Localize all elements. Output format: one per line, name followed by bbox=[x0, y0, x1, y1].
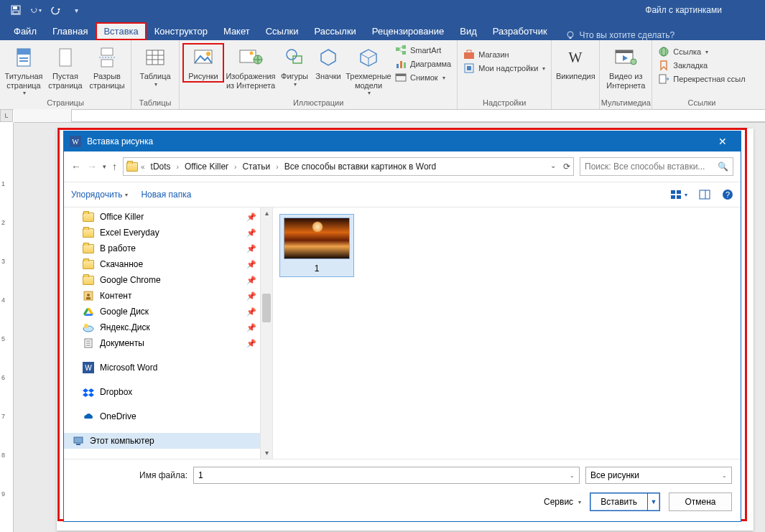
word-icon: W bbox=[70, 136, 81, 147]
cross-reference-button[interactable]: Перекрестная ссыл bbox=[658, 73, 745, 85]
tab-layout[interactable]: Макет bbox=[215, 22, 258, 40]
my-addins-button[interactable]: Мои надстройки ▾ bbox=[463, 62, 545, 74]
bookmark-button[interactable]: Закладка bbox=[658, 60, 745, 71]
organize-dropdown[interactable]: Упорядочить▾ bbox=[71, 190, 128, 200]
preview-pane-toggle[interactable] bbox=[699, 190, 710, 200]
dialog-close-button[interactable]: ✕ bbox=[710, 136, 735, 147]
tree-item[interactable]: Документы📌 bbox=[64, 335, 272, 351]
refresh-icon[interactable]: ⟳ bbox=[563, 162, 570, 172]
svg-rect-33 bbox=[397, 64, 399, 68]
nav-recent-dropdown[interactable]: ▾ bbox=[103, 163, 106, 170]
hyperlink-button[interactable]: Ссылка ▾ bbox=[658, 46, 745, 57]
image-thumbnail bbox=[284, 218, 350, 259]
qat-dropdown-icon[interactable]: ▾ bbox=[70, 4, 82, 16]
smartart-button[interactable]: SmartArt bbox=[395, 45, 451, 56]
addr-dropdown-icon[interactable]: ⌄ bbox=[550, 162, 556, 172]
wikipedia-button[interactable]: W Википедия bbox=[555, 43, 596, 83]
vertical-ruler[interactable]: 1 2 3 4 5 6 7 8 9 bbox=[0, 123, 14, 532]
page-break-button[interactable]: Разрыв страницы bbox=[86, 43, 128, 91]
search-field[interactable]: Поиск: Все способы вставки... 🔍 bbox=[580, 157, 733, 176]
cover-page-button[interactable]: Титульная страница▾ bbox=[3, 43, 45, 98]
tab-home[interactable]: Главная bbox=[45, 22, 96, 40]
tab-references[interactable]: Ссылки bbox=[258, 22, 307, 40]
file-item[interactable]: 1 bbox=[280, 215, 353, 276]
tree-item-label: В работе bbox=[100, 243, 136, 253]
cancel-button[interactable]: Отмена bbox=[669, 493, 732, 511]
online-video-button[interactable]: Видео из Интернета bbox=[603, 43, 649, 91]
tab-file[interactable]: Файл bbox=[6, 22, 45, 40]
tab-developer[interactable]: Разработчик bbox=[485, 22, 555, 40]
tell-me-search[interactable]: Что вы хотите сделать? bbox=[565, 30, 675, 40]
horizontal-ruler[interactable] bbox=[14, 109, 765, 123]
view-mode-dropdown[interactable]: ▾ bbox=[670, 190, 687, 200]
tree-item[interactable]: Excel Everyday📌 bbox=[64, 225, 272, 241]
ribbon-group-links: Ссылка ▾ Закладка Перекрестная ссыл Ссыл… bbox=[652, 40, 751, 109]
store-button[interactable]: Магазин bbox=[463, 49, 545, 60]
tree-item[interactable]: Этот компьютер bbox=[64, 433, 272, 449]
pin-icon[interactable]: 📌 bbox=[246, 307, 256, 317]
dialog-title-bar[interactable]: W Вставка рисунка ✕ bbox=[64, 131, 741, 151]
pin-icon[interactable]: 📌 bbox=[246, 244, 256, 253]
chevron-down-icon[interactable]: ⌄ bbox=[722, 472, 727, 479]
chevron-down-icon[interactable]: ⌄ bbox=[570, 472, 575, 479]
pin-icon[interactable]: 📌 bbox=[246, 260, 256, 269]
file-list[interactable]: 1 bbox=[273, 207, 741, 459]
breadcrumb-seg[interactable]: tDots bbox=[149, 162, 172, 172]
breadcrumb-seg[interactable]: Статьи bbox=[241, 162, 272, 172]
pin-icon[interactable]: 📌 bbox=[246, 323, 256, 332]
tab-review[interactable]: Рецензирование bbox=[364, 22, 452, 40]
filename-input[interactable]: 1 ⌄ bbox=[193, 467, 580, 484]
table-button[interactable]: Таблица▾ bbox=[134, 43, 176, 89]
tree-item[interactable]: Яндекс.Диск📌 bbox=[64, 319, 272, 335]
tree-item[interactable]: Office Killer📌 bbox=[64, 209, 272, 225]
tree-item[interactable]: Dropbox bbox=[64, 384, 272, 400]
pin-icon[interactable]: 📌 bbox=[246, 276, 256, 285]
address-bar[interactable]: « tDots› Office Killer› Статьи› Все спос… bbox=[123, 157, 574, 176]
tree-item[interactable]: Google Chrome📌 bbox=[64, 272, 272, 288]
new-folder-button[interactable]: Новая папка bbox=[141, 190, 191, 200]
chart-button[interactable]: Диаграмма bbox=[395, 58, 451, 70]
tree-item[interactable]: Google Диск📌 bbox=[64, 304, 272, 319]
tab-design[interactable]: Конструктор bbox=[147, 22, 215, 40]
scroll-thumb[interactable] bbox=[262, 294, 271, 322]
pin-icon[interactable]: 📌 bbox=[246, 291, 256, 301]
breadcrumb-seg[interactable]: Office Killer bbox=[183, 162, 230, 172]
sidebar-scrollbar[interactable]: ▴ ▾ bbox=[260, 207, 272, 459]
nav-forward-button[interactable]: → bbox=[87, 161, 97, 172]
tree-item[interactable]: Контент📌 bbox=[64, 288, 272, 304]
blank-page-button[interactable]: Пустая страница bbox=[45, 43, 86, 91]
pin-icon[interactable]: 📌 bbox=[246, 228, 256, 238]
3d-models-button[interactable]: Трехмерные модели▾ bbox=[345, 43, 392, 98]
shapes-button[interactable]: Фигуры▾ bbox=[277, 43, 312, 89]
undo-icon[interactable]: ▾ bbox=[30, 4, 42, 16]
tree-item[interactable]: WMicrosoft Word bbox=[64, 360, 272, 375]
tree-item[interactable]: OneDrive bbox=[64, 409, 272, 424]
insert-button[interactable]: Вставить ▼ bbox=[590, 493, 660, 511]
screenshot-button[interactable]: Снимок▾ bbox=[395, 72, 451, 83]
pin-icon[interactable]: 📌 bbox=[246, 213, 256, 222]
scroll-down-arrow[interactable]: ▾ bbox=[261, 447, 272, 459]
redo-icon[interactable] bbox=[50, 4, 62, 16]
save-icon[interactable] bbox=[10, 4, 22, 16]
icons-button[interactable]: Значки bbox=[312, 43, 345, 83]
pin-icon[interactable]: 📌 bbox=[246, 339, 256, 348]
filetype-filter[interactable]: Все рисунки ⌄ bbox=[585, 467, 732, 484]
dialog-toolbar: Упорядочить▾ Новая папка ▾ ? bbox=[64, 182, 741, 207]
nav-back-button[interactable]: ← bbox=[71, 161, 81, 172]
insert-split-arrow[interactable]: ▼ bbox=[647, 493, 659, 510]
tree-item[interactable]: Скачанное📌 bbox=[64, 256, 272, 272]
tab-mailings[interactable]: Рассылки bbox=[306, 22, 363, 40]
scroll-up-arrow[interactable]: ▴ bbox=[261, 207, 272, 219]
tools-dropdown[interactable]: Сервис▾ bbox=[544, 497, 581, 507]
breadcrumb-seg[interactable]: Все способы вставки картинок в Word bbox=[283, 162, 438, 172]
online-pictures-button[interactable]: Изображения из Интернета bbox=[224, 43, 277, 91]
ribbon-group-media: Видео из Интернета Мультимедиа bbox=[600, 40, 652, 109]
pictures-button[interactable]: Рисунки bbox=[182, 43, 224, 83]
help-button[interactable]: ? bbox=[722, 189, 733, 200]
tree-item-label: Dropbox bbox=[100, 387, 132, 397]
ruler-corner[interactable]: L bbox=[0, 109, 13, 122]
tab-insert[interactable]: Вставка bbox=[96, 22, 146, 40]
tab-view[interactable]: Вид bbox=[452, 22, 485, 40]
nav-up-button[interactable]: ↑ bbox=[112, 161, 117, 172]
tree-item[interactable]: В работе📌 bbox=[64, 241, 272, 256]
